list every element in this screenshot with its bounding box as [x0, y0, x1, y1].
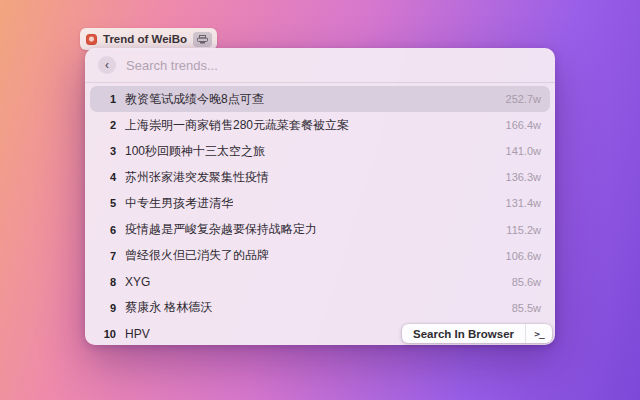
trend-rank: 8: [99, 276, 116, 288]
printer-icon: [193, 32, 212, 47]
trend-rank: 3: [99, 145, 116, 157]
trend-hotness-value: 131.4w: [496, 197, 541, 209]
trend-row[interactable]: 9蔡康永 格林德沃85.5w: [90, 295, 550, 321]
action-button-label[interactable]: Search In Browser: [402, 324, 525, 343]
weibo-plugin-icon: [86, 34, 97, 45]
trend-row[interactable]: 3100秒回顾神十三太空之旅141.0w: [90, 138, 550, 164]
trend-rank: 1: [99, 93, 116, 105]
trend-rank: 10: [99, 328, 116, 340]
trend-title: 中专生男孩考进清华: [125, 195, 233, 212]
trend-hotness-value: 85.6w: [502, 276, 541, 288]
trend-row[interactable]: 8XYG85.6w: [90, 269, 550, 295]
trend-title: 疫情越是严峻复杂越要保持战略定力: [125, 221, 317, 238]
trend-hotness-value: 85.5w: [502, 302, 541, 314]
trend-hotness-value: 141.0w: [496, 145, 541, 157]
trend-row[interactable]: 4苏州张家港突发聚集性疫情136.3w: [90, 164, 550, 190]
trend-row[interactable]: 7曾经很火但已消失了的品牌106.6w: [90, 243, 550, 269]
trend-list: 1教资笔试成绩今晚8点可查252.7w2上海崇明一商家销售280元蔬菜套餐被立案…: [85, 83, 555, 350]
trend-hotness-value: 136.3w: [496, 171, 541, 183]
trend-hotness-value: 106.6w: [496, 250, 541, 262]
trend-row[interactable]: 1教资笔试成绩今晚8点可查252.7w: [90, 86, 550, 112]
trend-row[interactable]: 5中专生男孩考进清华131.4w: [90, 190, 550, 216]
back-button[interactable]: ‹: [98, 56, 116, 74]
trend-rank: 7: [99, 250, 116, 262]
search-in-browser-button[interactable]: Search In Browser >_: [402, 324, 552, 343]
trend-title: 曾经很火但已消失了的品牌: [125, 247, 269, 264]
trends-window: ‹ 1教资笔试成绩今晚8点可查252.7w2上海崇明一商家销售280元蔬菜套餐被…: [85, 48, 555, 345]
trend-row[interactable]: 6疫情越是严峻复杂越要保持战略定力115.2w: [90, 216, 550, 242]
trend-title: 教资笔试成绩今晚8点可查: [125, 91, 264, 108]
trend-rank: 6: [99, 224, 116, 236]
trend-row[interactable]: 2上海崇明一商家销售280元蔬菜套餐被立案166.4w: [90, 112, 550, 138]
chevron-left-icon: ‹: [105, 59, 109, 71]
trend-rank: 4: [99, 171, 116, 183]
trend-title: 苏州张家港突发聚集性疫情: [125, 169, 269, 186]
trend-title: 100秒回顾神十三太空之旅: [125, 143, 265, 160]
trend-hotness-value: 166.4w: [496, 119, 541, 131]
trend-rank: 9: [99, 302, 116, 314]
trend-title: 上海崇明一商家销售280元蔬菜套餐被立案: [125, 117, 349, 134]
terminal-prompt-icon[interactable]: >_: [525, 324, 552, 343]
trend-hotness-value: 252.7w: [496, 93, 541, 105]
search-bar: ‹: [85, 48, 555, 83]
trend-rank: 2: [99, 119, 116, 131]
trend-title: HPV: [125, 327, 150, 341]
trend-title: 蔡康永 格林德沃: [125, 299, 212, 316]
trend-rank: 5: [99, 197, 116, 209]
trend-hotness-value: 115.2w: [496, 224, 541, 236]
plugin-pill[interactable]: Trend of WeiBo: [80, 28, 217, 50]
plugin-pill-label: Trend of WeiBo: [103, 33, 187, 45]
trend-title: XYG: [125, 275, 150, 289]
search-input[interactable]: [126, 58, 542, 73]
